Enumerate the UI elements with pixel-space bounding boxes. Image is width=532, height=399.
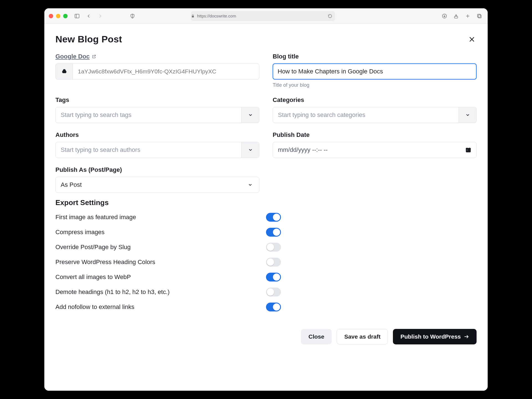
export-toggle-switch[interactable]	[266, 303, 281, 311]
export-toggle-label: Override Post/Page by Slug	[55, 244, 266, 251]
chevron-down-icon	[465, 112, 470, 117]
blog-title-helper: Title of your blog	[273, 82, 477, 88]
export-toggle-label: Compress images	[55, 229, 266, 236]
modal-title: New Blog Post	[55, 34, 122, 45]
reload-icon[interactable]	[328, 14, 332, 18]
blog-title-label: Blog title	[273, 53, 477, 60]
export-toggle-label: Add nofollow to external links	[55, 303, 266, 311]
publish-date-label: Publish Date	[273, 131, 477, 139]
authors-field: Authors Start typing to search authors	[55, 131, 259, 158]
authors-dropdown-button[interactable]	[241, 142, 259, 158]
chevron-down-icon	[248, 147, 253, 152]
nav-forward-button[interactable]	[96, 12, 104, 20]
tags-combobox[interactable]: Start typing to search tags	[55, 107, 259, 123]
modal-footer: Close Save as draft Publish to WordPress	[44, 322, 488, 353]
tabs-overview-icon[interactable]	[475, 12, 483, 20]
publish-date-field: Publish Date mm/dd/yyyy --:-- --	[273, 131, 477, 158]
blog-title-field: Blog title Title of your blog	[273, 53, 477, 88]
save-draft-button[interactable]: Save as draft	[337, 329, 388, 344]
tags-field: Tags Start typing to search tags	[55, 96, 259, 123]
share-icon[interactable]	[452, 12, 460, 20]
export-toggle-label: Demote headings (h1 to h2, h2 to h3, etc…	[55, 288, 266, 296]
google-doc-input[interactable]	[73, 63, 259, 80]
tags-label: Tags	[55, 96, 259, 104]
categories-field: Categories Start typing to search catego…	[273, 96, 477, 123]
chevron-down-icon	[248, 182, 253, 187]
sidebar-toggle-icon[interactable]	[73, 12, 81, 20]
publish-as-label: Publish As (Post/Page)	[55, 166, 259, 173]
export-toggle-row: Compress images	[55, 225, 477, 240]
browser-window: https://docswrite.com New Blog Post	[44, 8, 488, 391]
page-content: New Blog Post Google Doc	[44, 24, 488, 391]
modal-close-button[interactable]	[467, 35, 477, 44]
export-toggle-row: Demote headings (h1 to h2, h2 to h3, etc…	[55, 285, 477, 300]
export-toggle-switch[interactable]	[266, 213, 281, 222]
shield-icon[interactable]	[129, 12, 136, 20]
export-toggle-switch[interactable]	[266, 228, 281, 237]
blog-title-input[interactable]	[273, 63, 477, 80]
close-button[interactable]: Close	[301, 329, 332, 344]
svg-rect-16	[467, 150, 468, 150]
export-settings-heading: Export Settings	[55, 198, 477, 207]
lock-icon	[191, 14, 195, 18]
new-post-modal: New Blog Post Google Doc	[44, 24, 488, 322]
authors-label: Authors	[55, 131, 259, 139]
export-toggle-row: Convert all images to WebP	[55, 270, 477, 285]
svg-rect-3	[192, 16, 194, 17]
publish-as-field: Publish As (Post/Page) As Post	[55, 166, 259, 193]
downloads-icon[interactable]	[441, 12, 448, 20]
chevron-down-icon	[248, 112, 253, 117]
export-toggle-row: First image as featured image	[55, 210, 477, 225]
export-toggle-switch[interactable]	[266, 288, 281, 296]
url-text: https://docswrite.com	[197, 14, 236, 18]
external-link-icon	[92, 54, 96, 59]
export-toggle-row: Override Post/Page by Slug	[55, 240, 477, 255]
google-doc-field: Google Doc	[55, 53, 259, 88]
arrow-right-icon	[464, 334, 469, 339]
export-toggle-switch[interactable]	[266, 243, 281, 252]
publish-as-select[interactable]: As Post	[55, 177, 259, 193]
svg-rect-11	[477, 14, 480, 17]
svg-rect-10	[478, 15, 481, 18]
window-close-button[interactable]	[49, 14, 53, 18]
close-icon	[468, 36, 475, 43]
export-toggle-label: Preserve WordPress Heading Colors	[55, 259, 266, 266]
export-toggle-switch[interactable]	[266, 273, 281, 282]
window-controls	[49, 14, 68, 18]
categories-dropdown-button[interactable]	[459, 107, 476, 123]
categories-combobox[interactable]: Start typing to search categories	[273, 107, 477, 123]
window-minimize-button[interactable]	[56, 14, 60, 18]
google-drive-icon	[55, 63, 73, 80]
export-toggle-switch[interactable]	[266, 258, 281, 267]
categories-label: Categories	[273, 96, 477, 104]
url-bar[interactable]: https://docswrite.com	[191, 11, 335, 21]
export-toggle-row: Preserve WordPress Heading Colors	[55, 255, 477, 270]
export-toggle-label: First image as featured image	[55, 214, 266, 221]
publish-date-input[interactable]: mm/dd/yyyy --:-- --	[273, 142, 477, 158]
google-doc-link[interactable]: Google Doc	[55, 53, 89, 60]
new-tab-icon[interactable]	[464, 12, 472, 20]
svg-rect-0	[75, 14, 79, 18]
svg-rect-15	[466, 148, 471, 149]
tags-dropdown-button[interactable]	[241, 107, 259, 123]
window-zoom-button[interactable]	[63, 14, 68, 18]
export-toggle-row: Add nofollow to external links	[55, 300, 477, 314]
export-settings-list: First image as featured imageCompress im…	[55, 210, 477, 314]
calendar-icon	[465, 147, 471, 153]
nav-back-button[interactable]	[85, 12, 93, 20]
export-toggle-label: Convert all images to WebP	[55, 273, 266, 281]
browser-titlebar: https://docswrite.com	[44, 8, 488, 24]
authors-combobox[interactable]: Start typing to search authors	[55, 142, 259, 158]
publish-button[interactable]: Publish to WordPress	[393, 329, 477, 344]
